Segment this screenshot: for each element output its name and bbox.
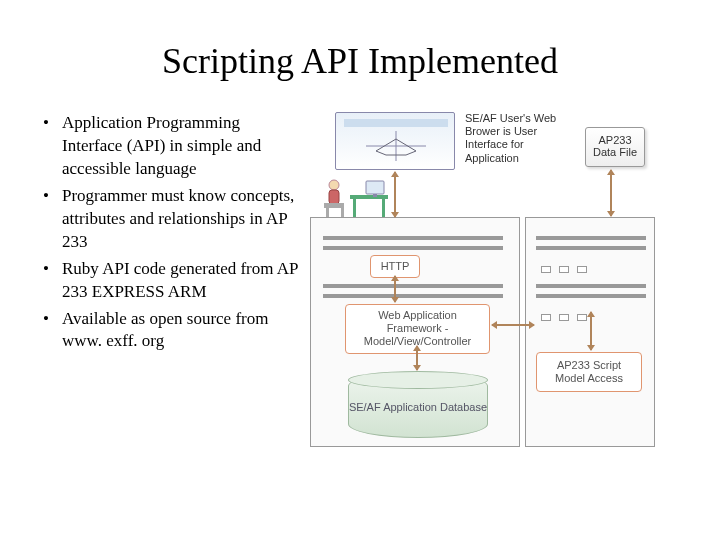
svg-rect-6 [373,194,377,197]
arrow-icon [610,170,612,216]
bullet-item: Programmer must know concepts, attribute… [40,185,300,254]
svg-rect-5 [366,181,384,194]
svg-rect-9 [324,203,344,208]
svg-rect-4 [382,199,385,217]
svg-rect-8 [329,190,339,204]
script-model-access-box: AP233 Script Model Access [536,352,642,392]
arrow-icon [590,312,592,350]
arrow-icon [416,346,418,370]
arrow-icon [492,324,534,326]
database-label: SE/AF Application Database [348,372,488,438]
arrow-icon [394,172,396,217]
arrow-icon [394,276,396,302]
data-file-icon: AP233 Data File [585,127,645,167]
slide-title: Scripting API Implemented [40,40,680,82]
svg-rect-2 [350,195,388,199]
bullet-item: Available as open source from www. exff.… [40,308,300,354]
bullet-list: Application Programming Interface (API) … [40,112,300,452]
svg-rect-3 [353,199,356,217]
bullet-item: Ruby API code generated from AP 233 EXPR… [40,258,300,304]
database-icon: SE/AF Application Database [348,372,488,438]
slide-content: Application Programming Interface (API) … [40,112,680,452]
svg-point-7 [329,180,339,190]
architecture-diagram: SE/AF User's Web Brower is User Interfac… [310,112,680,452]
browser-window-icon [335,112,455,170]
user-description: SE/AF User's Web Brower is User Interfac… [465,112,575,165]
bullet-item: Application Programming Interface (API) … [40,112,300,181]
user-at-computer-icon [320,177,390,219]
